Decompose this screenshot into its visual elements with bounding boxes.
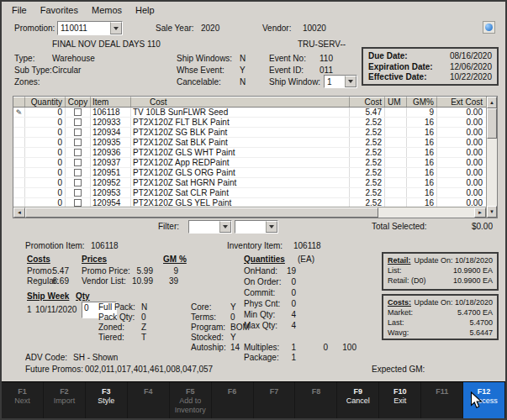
adv-code-value: SH - Shown — [73, 353, 118, 362]
header-ext-cost[interactable]: Ext Cost — [437, 97, 486, 107]
fkey-number: F4 — [128, 387, 169, 396]
chevron-down-icon[interactable] — [219, 221, 231, 233]
copy-checkbox[interactable] — [74, 179, 82, 186]
effective-date-value: 10/22/2020 — [450, 72, 492, 81]
retail-retail-value: 10.9900 EA — [453, 276, 493, 286]
commit-value: 0 — [279, 288, 296, 297]
horizontal-scroll-track[interactable] — [378, 207, 474, 218]
copy-checkbox[interactable] — [74, 129, 82, 136]
table-row[interactable]: 0120953PT2X120Z Sat CLR Paint2.52160.00 — [13, 188, 486, 198]
phys-cnt-value: 0 — [279, 299, 296, 308]
retail-retail-label: Retail: — [388, 276, 409, 286]
due-date-value: 08/16/2020 — [450, 51, 492, 60]
vendor-value: 10020 — [303, 24, 326, 33]
fkey-f5-button[interactable]: F5Add to Inventory — [170, 382, 212, 418]
header-description[interactable]: Cost — [131, 97, 350, 107]
copy-checkbox[interactable] — [74, 118, 82, 126]
fkey-number: F9 — [337, 387, 378, 396]
lookup-button[interactable] — [483, 21, 495, 34]
chevron-down-icon[interactable] — [110, 22, 122, 34]
menu-favorites[interactable]: Favorites — [34, 3, 85, 17]
table-row[interactable]: 0120934PT2X120Z SG BLK Paint2.52160.00 — [13, 128, 486, 138]
header-cost[interactable]: Cost — [350, 97, 385, 107]
table-row[interactable]: 0120936PT2X120Z GLS WHT Paint2.52160.00 — [13, 148, 486, 158]
vertical-scroll-thumb[interactable] — [487, 108, 497, 139]
type-label: Type: — [14, 54, 34, 63]
fkey-f1-button[interactable]: F1Next — [2, 382, 44, 418]
fkey-f4-button[interactable]: F4 — [128, 382, 170, 418]
header-item[interactable]: Item — [91, 97, 131, 107]
vertical-scrollbar[interactable]: ▲ ▼ — [486, 97, 497, 218]
vertical-scroll-track[interactable] — [487, 139, 497, 206]
quantities-section-header: Quantities — [244, 255, 285, 264]
cell-gm-percent: 16 — [407, 158, 437, 167]
horizontal-scroll-thumb[interactable] — [25, 207, 378, 218]
table-row[interactable]: 0120937PT2X120Z App REDPaint2.52160.00 — [13, 158, 486, 168]
total-selected-label: Total Selected: — [372, 222, 427, 231]
filter-field-select[interactable] — [188, 220, 232, 234]
inventory-item-value: 106118 — [293, 241, 321, 250]
cell-ext-cost: 0.00 — [437, 118, 486, 127]
cell-description: TV 10LB SunFLWR Seed — [131, 108, 350, 117]
ship-window-combobox[interactable]: 1 — [324, 75, 357, 88]
copy-checkbox[interactable] — [74, 108, 82, 116]
copy-checkbox[interactable] — [74, 149, 82, 156]
table-row[interactable]: 0120951PT2X120Z GLS ORG Paint2.52160.00 — [13, 168, 486, 178]
scroll-up-button[interactable]: ▲ — [487, 97, 497, 108]
edit-pencil-icon — [13, 118, 25, 127]
fkey-f9-button[interactable]: F9Cancel — [337, 382, 379, 418]
promo-price-label: Promo Price: — [82, 266, 130, 276]
copy-checkbox[interactable] — [74, 199, 82, 207]
table-row[interactable]: 0120935PT2X120Z Sat BLK Paint2.52160.00 — [13, 138, 486, 148]
scroll-right-button[interactable]: ► — [474, 207, 486, 218]
menu-help[interactable]: Help — [129, 3, 161, 17]
copy-checkbox[interactable] — [74, 169, 82, 176]
horizontal-scrollbar[interactable]: ◄ ► — [13, 207, 486, 218]
table-row[interactable]: 0120933PT2X120Z FLT BLK Paint2.52160.00 — [13, 118, 486, 128]
scroll-left-button[interactable]: ◄ — [13, 207, 25, 218]
menu-file[interactable]: File — [5, 3, 34, 17]
stocked-value: Y — [230, 333, 236, 342]
fkey-f8-button[interactable]: F8 — [295, 382, 337, 418]
fkey-f10-button[interactable]: F10Exit — [379, 382, 421, 418]
fkey-f7-button[interactable]: F7 — [254, 382, 296, 418]
cell-gm-percent: 16 — [407, 198, 437, 207]
copy-checkbox[interactable] — [74, 139, 82, 146]
tiered-value: T — [141, 333, 146, 342]
cancelable-label: Cancelable: — [177, 77, 221, 87]
cell-cost: 2.52 — [350, 118, 385, 127]
gm-section-header: GM % — [163, 255, 187, 264]
edit-pencil-icon — [13, 198, 25, 207]
fkey-f6-button[interactable]: F6 — [212, 382, 254, 418]
scroll-down-button[interactable]: ▼ — [487, 206, 497, 218]
core-label: Core: — [191, 302, 211, 312]
edit-pencil-icon — [13, 168, 25, 177]
retail-list-value: 10.9900 EA — [453, 265, 493, 276]
cell-description: PT2X120Z FLT BLK Paint — [131, 118, 350, 127]
promotion-combobox[interactable]: 110011 — [57, 21, 123, 35]
item-details-panel: Promotion Item: 106118 Inventory Item: 1… — [2, 234, 505, 381]
table-row[interactable]: 0120952PT2X120Z Sat HGRN Paint2.52160.00 — [13, 178, 486, 188]
menu-memos[interactable]: Memos — [85, 3, 129, 17]
chevron-down-icon[interactable] — [345, 76, 356, 87]
copy-checkbox[interactable] — [74, 159, 82, 166]
cell-cost: 2.52 — [350, 128, 385, 137]
fkey-f2-button[interactable]: F2Import — [44, 382, 86, 418]
table-row[interactable]: ✎0106118TV 10LB SunFLWR Seed5.4790.00 — [13, 108, 486, 118]
header-um[interactable]: UM — [385, 97, 407, 107]
header-copy[interactable]: Copy — [66, 97, 91, 107]
program-label: Program: — [191, 323, 225, 332]
zoned-value: Z — [141, 323, 146, 332]
ship-week-date: 10/11/2020 — [35, 305, 77, 314]
header-gm-percent[interactable]: GM% — [407, 97, 437, 107]
table-row[interactable]: 0120954PT2X120Z GLS YEL Paint2.52160.00 — [13, 198, 486, 207]
vendor-label: Vendor: — [262, 24, 291, 33]
gm-promo-value: 9 — [166, 266, 178, 276]
header-quantity[interactable]: Quantity — [25, 97, 66, 107]
fkey-f3-button[interactable]: F3Style — [86, 382, 128, 418]
filter-value-select[interactable] — [235, 220, 278, 234]
cell-um — [385, 148, 407, 157]
fkey-f11-button[interactable]: F11 — [421, 382, 463, 418]
copy-checkbox[interactable] — [74, 189, 82, 197]
chevron-down-icon[interactable] — [266, 221, 277, 233]
